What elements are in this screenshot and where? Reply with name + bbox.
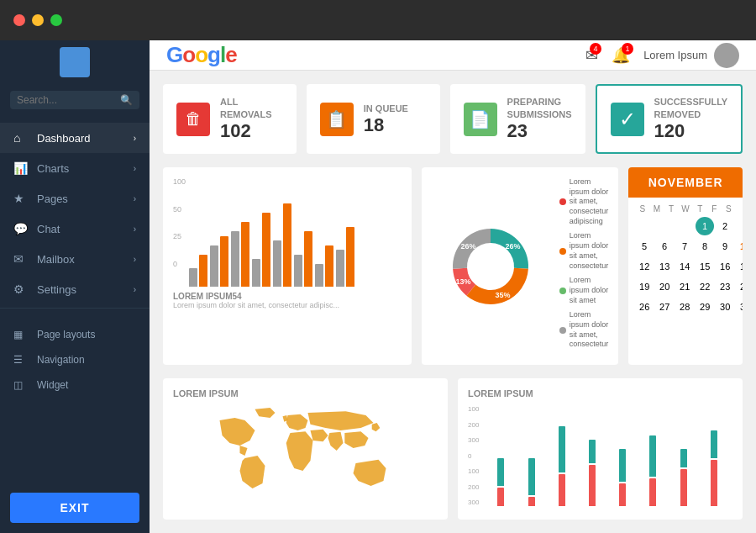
- legend-dot: [559, 248, 566, 255]
- bar-group: [294, 231, 312, 287]
- cal-day[interactable]: 24: [736, 277, 743, 296]
- cal-day[interactable]: 26: [635, 298, 654, 316]
- cal-day[interactable]: 22: [696, 277, 714, 296]
- chart-caption: LOREM IPSUM54: [173, 292, 402, 301]
- dot-red[interactable]: [13, 14, 25, 26]
- bar-chart-container: 100 50 25 0: [173, 177, 402, 287]
- stat-value: 120: [654, 120, 727, 142]
- sidebar-item-page-layouts[interactable]: ▦ Page layouts: [0, 322, 150, 347]
- avatar: [714, 43, 739, 68]
- stat-value: 23: [507, 120, 572, 142]
- cal-day[interactable]: 17: [736, 257, 743, 276]
- cal-day[interactable]: 2: [716, 217, 734, 235]
- mail-button[interactable]: ✉ 4: [585, 46, 598, 65]
- cal-day[interactable]: 9: [716, 237, 734, 256]
- map-title: LOREM IPSUM: [173, 388, 438, 398]
- cal-day[interactable]: 3: [736, 217, 743, 235]
- bar-teal: [649, 435, 656, 478]
- svg-text:13%: 13%: [455, 277, 470, 285]
- chevron-right-icon: ›: [134, 194, 136, 203]
- sidebar-item-charts[interactable]: 📊 Charts ›: [0, 153, 150, 183]
- bell-button[interactable]: 🔔 1: [612, 46, 630, 65]
- header-right: ✉ 4 🔔 1 Lorem Ipsum: [585, 43, 739, 68]
- sidebar-item-chat[interactable]: 💬 Chat ›: [0, 214, 150, 244]
- cal-day[interactable]: 27: [655, 298, 674, 316]
- submissions-icon: 📄: [464, 103, 497, 136]
- bottom-bar-chart-area: [482, 405, 732, 506]
- legend-item: Lorem ipsum dolor sit amet, consectetur …: [559, 177, 609, 226]
- stat-label: PREPARING SUBMISSIONS: [507, 96, 572, 120]
- dot-yellow[interactable]: [32, 14, 44, 26]
- cal-day[interactable]: 30: [716, 298, 734, 316]
- cal-day[interactable]: 7: [675, 237, 694, 256]
- cal-day[interactable]: 20: [655, 277, 674, 296]
- cal-day[interactable]: 31: [736, 298, 743, 316]
- cal-day[interactable]: 16: [716, 257, 734, 276]
- bar-orange: [304, 231, 312, 287]
- stats-row: 🗑 ALL REMOVALS 102 📋 IN QUEUE 18 📄: [163, 84, 743, 154]
- mail-badge: 4: [590, 43, 601, 55]
- sidebar-item-mailbox[interactable]: ✉ Mailbox ›: [0, 244, 150, 274]
- user-name: Lorem Ipsum: [643, 49, 707, 61]
- bell-badge: 1: [622, 43, 633, 55]
- cal-day[interactable]: 10: [736, 237, 743, 256]
- legend-text: Lorem ipsum dolor sit amet, consectetur …: [570, 177, 609, 226]
- cal-day[interactable]: 21: [675, 277, 694, 296]
- bar-red: [711, 460, 717, 506]
- bar-gray: [294, 255, 302, 288]
- bottom-bar-group: [580, 440, 604, 506]
- sidebar-item-pages[interactable]: ★ Pages ›: [0, 183, 150, 214]
- legend-dot: [559, 198, 566, 205]
- y-axis: 100 50 25 0: [173, 177, 186, 270]
- sidebar-item-widget[interactable]: ◫ Widget: [0, 372, 150, 398]
- dot-green[interactable]: [50, 14, 62, 26]
- widget-icon: ◫: [13, 379, 29, 391]
- removals-icon: 🗑: [176, 103, 210, 136]
- cal-day[interactable]: 19: [635, 277, 654, 296]
- cal-day[interactable]: 8: [696, 237, 714, 256]
- exit-button[interactable]: EXIT: [10, 493, 139, 523]
- navigation-icon: ☰: [13, 354, 29, 366]
- bar-orange: [220, 236, 228, 288]
- title-bar: [0, 0, 756, 40]
- cal-day[interactable]: 29: [696, 298, 714, 316]
- search-icon: 🔍: [120, 94, 133, 106]
- calendar-card: NOVEMBER SMTWTFS 12345678910111213141516…: [628, 167, 743, 365]
- cal-day[interactable]: 12: [635, 257, 654, 276]
- cal-day[interactable]: 6: [655, 237, 674, 256]
- y-label: 200: [468, 421, 479, 429]
- sidebar-search-container: 🔍: [10, 91, 139, 109]
- bar-teal: [711, 430, 717, 458]
- cal-day[interactable]: 28: [675, 298, 694, 316]
- cal-day[interactable]: 15: [696, 257, 714, 276]
- y-label: 300: [468, 499, 479, 506]
- donut-chart-card: 26%35%13%26% Lorem ipsum dolor sit amet,…: [422, 167, 619, 365]
- dashboard-body: 🗑 ALL REMOVALS 102 📋 IN QUEUE 18 📄: [150, 71, 756, 533]
- bar-orange: [325, 245, 333, 288]
- search-input[interactable]: [17, 94, 120, 106]
- cal-day[interactable]: 1: [696, 217, 714, 235]
- cal-day[interactable]: 23: [716, 277, 734, 296]
- bar-red: [680, 469, 687, 506]
- cal-day[interactable]: 5: [635, 237, 654, 256]
- stat-info: ALL REMOVALS 102: [220, 96, 283, 142]
- stat-info: SUCCESSFULLY REMOVED 120: [654, 96, 727, 142]
- cal-day[interactable]: 13: [655, 257, 674, 276]
- bar-chart-area: [189, 177, 354, 287]
- sidebar-item-settings[interactable]: ⚙ Settings ›: [0, 274, 150, 304]
- cal-day: [675, 217, 694, 235]
- bar-orange: [283, 203, 291, 287]
- charts-icon: 📊: [13, 161, 29, 175]
- sidebar-nav: ⌂ Dashboard › 📊 Charts › ★ Pages › 💬 Cha…: [0, 116, 150, 483]
- sidebar-logo-area: [0, 40, 150, 84]
- main-content: Google ✉ 4 🔔 1 Lorem Ipsum: [150, 40, 756, 533]
- cal-day[interactable]: 14: [675, 257, 694, 276]
- legend-text: Lorem ipsum dolor sit amet, consectetur: [570, 231, 609, 271]
- settings-icon: ⚙: [13, 282, 29, 296]
- sidebar-item-dashboard[interactable]: ⌂ Dashboard ›: [0, 123, 150, 153]
- bar-orange: [346, 227, 354, 288]
- legend-dot: [559, 327, 566, 334]
- sidebar-item-navigation[interactable]: ☰ Navigation: [0, 347, 150, 372]
- stat-card-removals: 🗑 ALL REMOVALS 102: [163, 84, 297, 154]
- day-header: W: [679, 204, 693, 214]
